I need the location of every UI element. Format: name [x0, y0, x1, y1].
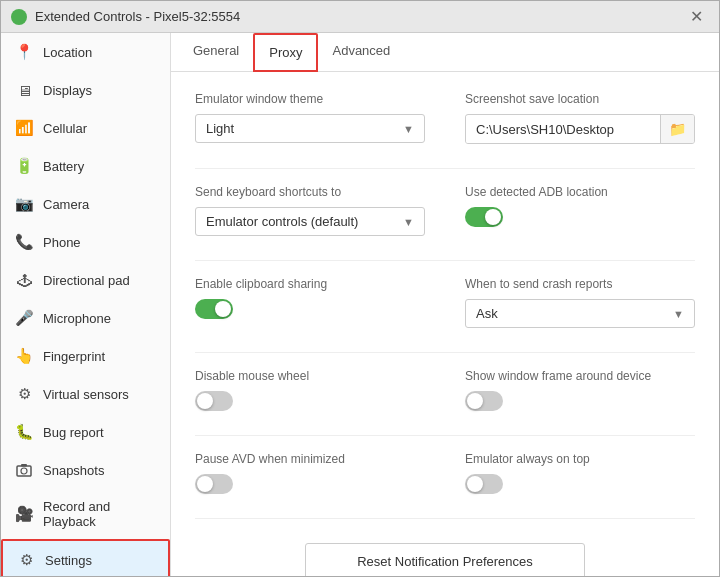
sidebar-label-virtual-sensors: Virtual sensors	[43, 387, 129, 402]
sidebar-item-directional-pad[interactable]: 🕹 Directional pad	[1, 261, 170, 299]
location-icon: 📍	[15, 43, 33, 61]
disable-mouse-wheel-toggle-container	[195, 391, 425, 411]
sidebar-label-phone: Phone	[43, 235, 81, 250]
main-content: 📍 Location 🖥 Displays 📶 Cellular 🔋 Batte…	[1, 33, 719, 576]
close-button[interactable]: ✕	[684, 5, 709, 28]
screenshot-save-location-input-row: 📁	[465, 114, 695, 144]
dropdown-arrow-shortcuts: ▼	[403, 216, 414, 228]
sidebar-label-camera: Camera	[43, 197, 89, 212]
sidebar-item-microphone[interactable]: 🎤 Microphone	[1, 299, 170, 337]
snapshots-icon	[15, 461, 33, 479]
enable-clipboard-col: Enable clipboard sharing	[195, 277, 425, 328]
sidebar-item-settings[interactable]: ⚙ Settings	[1, 539, 170, 576]
pause-avd-knob	[197, 476, 213, 492]
sidebar-item-battery[interactable]: 🔋 Battery	[1, 147, 170, 185]
emulator-always-on-top-toggle[interactable]	[465, 474, 503, 494]
show-window-frame-toggle[interactable]	[465, 391, 503, 411]
settings-row-2: Send keyboard shortcuts to Emulator cont…	[195, 185, 695, 236]
settings-row-4: Disable mouse wheel Show window frame ar…	[195, 369, 695, 411]
sidebar-item-camera[interactable]: 📷 Camera	[1, 185, 170, 223]
sidebar-item-snapshots[interactable]: Snapshots	[1, 451, 170, 489]
divider-4	[195, 435, 695, 436]
emulator-window-theme-value: Light	[206, 121, 397, 136]
sidebar-item-location[interactable]: 📍 Location	[1, 33, 170, 71]
sidebar-label-settings: Settings	[45, 553, 92, 568]
bug-report-icon: 🐛	[15, 423, 33, 441]
pause-avd-toggle[interactable]	[195, 474, 233, 494]
use-detected-adb-label: Use detected ADB location	[465, 185, 695, 199]
record-playback-icon: 🎥	[15, 505, 33, 523]
svg-point-1	[21, 468, 27, 474]
sidebar-label-bug-report: Bug report	[43, 425, 104, 440]
emulator-always-on-top-knob	[467, 476, 483, 492]
use-detected-adb-col: Use detected ADB location	[465, 185, 695, 236]
show-window-frame-label: Show window frame around device	[465, 369, 695, 383]
divider-2	[195, 260, 695, 261]
sidebar-label-location: Location	[43, 45, 92, 60]
when-crash-dropdown[interactable]: Ask ▼	[465, 299, 695, 328]
settings-row-5: Pause AVD when minimized Emulator always…	[195, 452, 695, 494]
sidebar-label-battery: Battery	[43, 159, 84, 174]
sidebar-item-virtual-sensors[interactable]: ⚙ Virtual sensors	[1, 375, 170, 413]
tab-advanced[interactable]: Advanced	[318, 33, 404, 72]
use-detected-adb-toggle[interactable]	[465, 207, 503, 227]
show-window-frame-col: Show window frame around device	[465, 369, 695, 411]
enable-clipboard-knob	[215, 301, 231, 317]
send-keyboard-shortcuts-label: Send keyboard shortcuts to	[195, 185, 425, 199]
dropdown-arrow-crash: ▼	[673, 308, 684, 320]
sidebar-item-displays[interactable]: 🖥 Displays	[1, 71, 170, 109]
disable-mouse-wheel-knob	[197, 393, 213, 409]
sidebar-item-cellular[interactable]: 📶 Cellular	[1, 109, 170, 147]
screenshot-save-location-label: Screenshot save location	[465, 92, 695, 106]
screenshot-save-location-input[interactable]	[466, 116, 660, 143]
displays-icon: 🖥	[15, 81, 33, 99]
cellular-icon: 📶	[15, 119, 33, 137]
title-bar: Extended Controls - Pixel5-32:5554 ✕	[1, 1, 719, 33]
use-detected-adb-toggle-container	[465, 207, 695, 227]
battery-icon: 🔋	[15, 157, 33, 175]
sidebar-label-fingerprint: Fingerprint	[43, 349, 105, 364]
when-crash-col: When to send crash reports Ask ▼	[465, 277, 695, 328]
enable-clipboard-toggle-container	[195, 299, 425, 319]
send-keyboard-shortcuts-dropdown[interactable]: Emulator controls (default) ▼	[195, 207, 425, 236]
emulator-always-on-top-toggle-container	[465, 474, 695, 494]
pause-avd-toggle-container	[195, 474, 425, 494]
sidebar-item-fingerprint[interactable]: 👆 Fingerprint	[1, 337, 170, 375]
pause-avd-col: Pause AVD when minimized	[195, 452, 425, 494]
directional-pad-icon: 🕹	[15, 271, 33, 289]
show-window-frame-toggle-container	[465, 391, 695, 411]
microphone-icon: 🎤	[15, 309, 33, 327]
title-bar-left: Extended Controls - Pixel5-32:5554	[11, 9, 240, 25]
reset-notification-preferences-button[interactable]: Reset Notification Preferences	[305, 543, 585, 576]
settings-row-1: Emulator window theme Light ▼ Screenshot…	[195, 92, 695, 144]
main-window: Extended Controls - Pixel5-32:5554 ✕ 📍 L…	[0, 0, 720, 577]
pause-avd-label: Pause AVD when minimized	[195, 452, 425, 466]
divider-3	[195, 352, 695, 353]
sidebar: 📍 Location 🖥 Displays 📶 Cellular 🔋 Batte…	[1, 33, 171, 576]
svg-rect-2	[21, 464, 27, 467]
sidebar-item-bug-report[interactable]: 🐛 Bug report	[1, 413, 170, 451]
disable-mouse-wheel-label: Disable mouse wheel	[195, 369, 425, 383]
emulator-window-theme-label: Emulator window theme	[195, 92, 425, 106]
emulator-window-theme-dropdown[interactable]: Light ▼	[195, 114, 425, 143]
send-keyboard-shortcuts-value: Emulator controls (default)	[206, 214, 397, 229]
folder-button[interactable]: 📁	[660, 115, 694, 143]
enable-clipboard-toggle[interactable]	[195, 299, 233, 319]
send-keyboard-shortcuts-col: Send keyboard shortcuts to Emulator cont…	[195, 185, 425, 236]
show-window-frame-knob	[467, 393, 483, 409]
sidebar-label-microphone: Microphone	[43, 311, 111, 326]
sidebar-label-snapshots: Snapshots	[43, 463, 104, 478]
tab-proxy[interactable]: Proxy	[253, 33, 318, 72]
divider-5	[195, 518, 695, 519]
sidebar-item-record-playback[interactable]: 🎥 Record and Playback	[1, 489, 170, 539]
tab-bar: General Proxy Advanced	[171, 33, 719, 72]
sidebar-item-phone[interactable]: 📞 Phone	[1, 223, 170, 261]
emulator-window-theme-col: Emulator window theme Light ▼	[195, 92, 425, 144]
sidebar-label-directional-pad: Directional pad	[43, 273, 130, 288]
app-icon	[11, 9, 27, 25]
sidebar-label-cellular: Cellular	[43, 121, 87, 136]
tab-general[interactable]: General	[179, 33, 253, 72]
divider-1	[195, 168, 695, 169]
settings-icon: ⚙	[17, 551, 35, 569]
disable-mouse-wheel-toggle[interactable]	[195, 391, 233, 411]
